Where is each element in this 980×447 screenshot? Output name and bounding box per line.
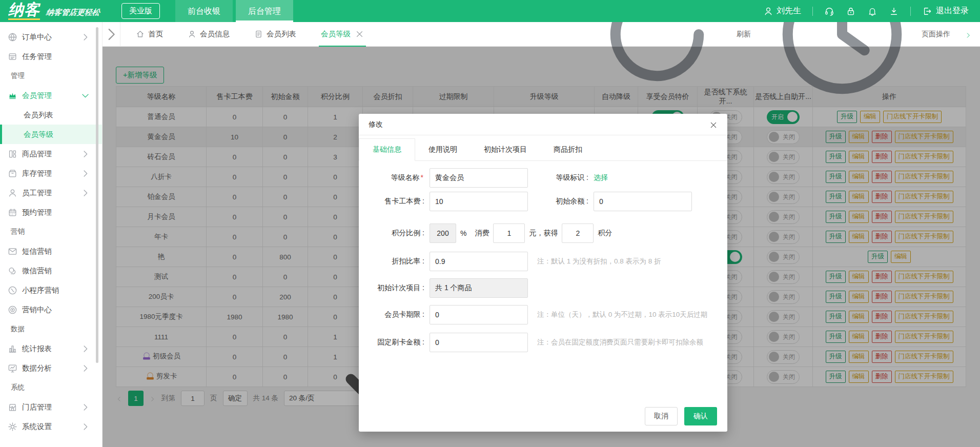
close-icon[interactable]: [709, 120, 718, 129]
edit-level-modal: 修改 基础信息使用说明初始计次项目商品折扣 等级名称* 等级标识 : 选择 售卡…: [359, 114, 727, 432]
tab-会员等级[interactable]: 会员等级: [321, 22, 364, 47]
initial-items-input[interactable]: [430, 278, 528, 298]
header-nav-frontdesk[interactable]: 前台收银: [175, 0, 233, 22]
chevron-right-icon: [80, 363, 90, 373]
header-nav-backoffice[interactable]: 后台管理: [236, 0, 293, 22]
sidebar-collapse-button[interactable]: [103, 26, 120, 43]
sidebar-item-系统设置[interactable]: 系统设置: [0, 417, 102, 436]
sidebar-item-任务管理[interactable]: 任务管理: [0, 47, 102, 66]
wechat-icon: [8, 266, 17, 276]
modal-tab-基础信息[interactable]: 基础信息: [359, 138, 415, 161]
doc-icon: [254, 30, 263, 38]
open-tabs: 首页会员信息会员列表会员等级: [136, 22, 364, 47]
points-rate-input[interactable]: [430, 223, 456, 243]
logo-text: 纳客: [8, 2, 40, 20]
close-icon: [709, 121, 718, 129]
header-right: 刘先生 退出登录: [763, 6, 969, 16]
gain-input[interactable]: [562, 223, 594, 243]
discount-input[interactable]: [430, 252, 528, 271]
points-unit: 积分: [598, 229, 612, 238]
sidebar-item-数据分析[interactable]: 数据分析: [0, 358, 102, 378]
user-icon: [763, 6, 773, 16]
sidebar-item-库存管理[interactable]: 库存管理: [0, 164, 102, 183]
home-icon: [136, 30, 145, 38]
sidebar-item-商品管理[interactable]: 商品管理: [0, 144, 102, 164]
badge-select-link[interactable]: 选择: [594, 173, 608, 182]
sidebar-item-门店管理[interactable]: 门店管理: [0, 397, 102, 417]
sidebar-item-会员等级[interactable]: 会员等级: [0, 125, 102, 144]
download-button[interactable]: [889, 6, 899, 16]
app-header: 纳客 纳客管店更轻松 美业版 前台收银后台管理 刘先生 退出登录: [0, 0, 980, 22]
consume-input[interactable]: [493, 223, 525, 243]
user-icon: [763, 6, 773, 16]
initial-balance-input[interactable]: [594, 192, 692, 211]
store-icon: [8, 402, 17, 412]
cancel-button[interactable]: 取消: [645, 407, 678, 425]
tab-会员信息[interactable]: 会员信息: [188, 22, 230, 47]
sidebar-item-预约管理[interactable]: 预约管理: [0, 202, 102, 222]
modal-header: 修改: [359, 114, 727, 135]
sidebar-item-会员管理[interactable]: 会员管理: [0, 86, 102, 105]
headset-icon: [824, 6, 834, 16]
user-menu[interactable]: 刘先生: [763, 6, 801, 16]
card-term-note: 注：单位（天），默认 0 为不过期，10 表示10天后过期: [537, 310, 707, 319]
sidebar-item-会员列表[interactable]: 会员列表: [0, 105, 102, 125]
confirm-button[interactable]: 确认: [684, 407, 717, 425]
chevron-right-icon: [80, 402, 90, 412]
fixed-amount-input[interactable]: [430, 333, 528, 352]
logout-button[interactable]: 退出登录: [922, 6, 969, 16]
target-icon: [8, 305, 17, 315]
sidebar-item-短信营销[interactable]: 短信营销: [0, 241, 102, 261]
modal-title: 修改: [369, 120, 383, 129]
sidebar-scrollbar[interactable]: [96, 27, 98, 363]
modal-tab-商品折扣[interactable]: 商品折扣: [540, 139, 596, 160]
calendar-icon: [8, 208, 17, 217]
page-ops-chevron[interactable]: [965, 31, 972, 38]
chevron-right-icon: [80, 422, 90, 432]
tab-会员列表[interactable]: 会员列表: [254, 22, 296, 47]
sidebar-item-小程序营销[interactable]: 小程序营销: [0, 280, 102, 300]
gear-icon: [8, 422, 17, 432]
sidebar: 订单中心任务管理管理会员管理会员列表会员等级商品管理库存管理员工管理预约管理营销…: [0, 22, 103, 447]
bell-icon: [867, 6, 877, 16]
user-icon: [188, 30, 196, 38]
sidebar-item-员工管理[interactable]: 员工管理: [0, 183, 102, 202]
sidebar-item-营销中心[interactable]: 营销中心: [0, 300, 102, 319]
modal-tab-初始计次项目[interactable]: 初始计次项目: [471, 139, 540, 160]
sidebar-section-系统: 系统: [0, 378, 102, 397]
sidebar-item-微信营销[interactable]: 微信营销: [0, 261, 102, 280]
modal-body: 等级名称* 等级标识 : 选择 售卡工本费 : 初始余额 : 积分比例 : % …: [359, 161, 727, 352]
download-icon: [889, 6, 899, 16]
modal-footer: 取消 确认: [645, 407, 717, 425]
crown-icon: [8, 91, 17, 100]
support-button[interactable]: [824, 6, 834, 16]
chevron-right-icon: [80, 188, 90, 198]
points-mid-text: 元，获得: [529, 229, 558, 238]
sidebar-item-统计报表[interactable]: 统计报表: [0, 339, 102, 358]
header-nav: 前台收银后台管理: [172, 0, 293, 22]
discount-label: 折扣比率 :: [371, 257, 424, 266]
card-fee-input[interactable]: [430, 192, 528, 211]
card-term-input[interactable]: [430, 305, 528, 324]
chart-icon: [8, 344, 17, 354]
header-divider: [812, 7, 813, 16]
level-name-input[interactable]: [430, 168, 528, 188]
notifications-button[interactable]: [867, 6, 877, 16]
header-divider: [910, 7, 911, 16]
sidebar-section-数据: 数据: [0, 319, 102, 339]
user-name: 刘先生: [777, 6, 801, 16]
tab-首页[interactable]: 首页: [136, 22, 163, 47]
percent-sign: %: [460, 229, 466, 237]
lock-button[interactable]: [846, 6, 856, 16]
tabbar-divider: [120, 22, 120, 47]
edition-button[interactable]: 美业版: [121, 3, 160, 19]
card-term-label: 会员卡期限 :: [371, 310, 424, 319]
sidebar-item-订单中心[interactable]: 订单中心: [0, 27, 102, 47]
close-icon[interactable]: [355, 30, 364, 38]
chevron-right-icon: [80, 32, 90, 42]
modal-tab-使用说明[interactable]: 使用说明: [415, 139, 471, 160]
logo-tagline: 纳客管店更轻松: [46, 8, 101, 17]
inventory-icon: [8, 169, 17, 178]
modal-tabs: 基础信息使用说明初始计次项目商品折扣: [359, 135, 727, 161]
initial-balance-label: 初始余额 :: [539, 197, 588, 206]
